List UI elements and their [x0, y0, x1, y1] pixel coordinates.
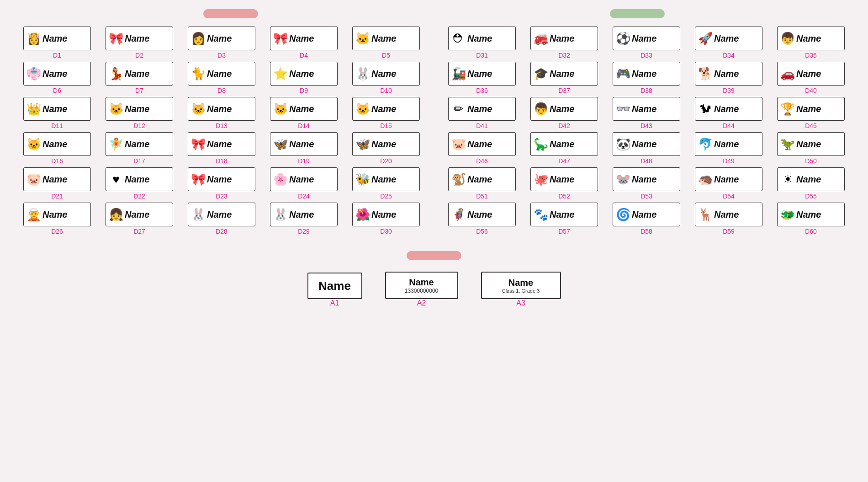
stamp-box-d49[interactable]: 🐬Name [695, 132, 762, 156]
stamp-icon-d1: 👸 [26, 32, 41, 44]
girl-style-header [203, 9, 258, 18]
stamp-box-d14[interactable]: 🐱Name [270, 97, 338, 121]
stamp-box-d24[interactable]: 🌸Name [270, 167, 338, 191]
stamp-box-d21[interactable]: 🐷Name [23, 167, 91, 191]
stamp-box-d59[interactable]: 🦌Name [695, 203, 762, 226]
stamp-box-d1[interactable]: 👸Name [23, 27, 91, 50]
stamp-box-d47[interactable]: 🦕Name [530, 132, 598, 156]
stamp-box-d60[interactable]: 🐲Name [777, 203, 845, 226]
stamp-box-d15[interactable]: 🐱Name [352, 97, 420, 121]
stamp-code-d13: D13 [216, 122, 228, 129]
stamp-item-d56: 🦸NameD56 [443, 203, 521, 235]
stamp-box-d52[interactable]: 🐙Name [530, 167, 598, 191]
stamp-box-d23[interactable]: 🎀Name [188, 167, 255, 191]
stamp-code-d7: D7 [135, 87, 143, 94]
stamp-item-d29: 🐰NameD29 [265, 203, 343, 235]
stamp-item-d24: 🌸NameD24 [265, 167, 343, 200]
stamp-box-d48[interactable]: 🐼Name [613, 132, 680, 156]
stamp-box-d39[interactable]: 🐕Name [695, 62, 762, 86]
stamp-box-d43[interactable]: 👓Name [613, 97, 680, 121]
stamp-name-d17: Name [125, 139, 149, 150]
stamp-code-d54: D54 [723, 193, 735, 200]
stamp-code-d12: D12 [133, 122, 145, 129]
stamp-box-d22[interactable]: ♥Name [106, 167, 173, 191]
stamp-box-d36[interactable]: 🚂Name [448, 62, 516, 86]
stamp-box-d9[interactable]: ⭐Name [270, 62, 338, 86]
stamp-box-d26[interactable]: 🧝Name [23, 203, 91, 226]
a2-label: A2 [385, 299, 458, 307]
stamp-box-d2[interactable]: 🎀Name [106, 27, 173, 50]
stamp-item-d32: 🚒NameD32 [525, 27, 603, 59]
stamp-box-d12[interactable]: 🐱Name [106, 97, 173, 121]
stamp-box-d33[interactable]: ⚽Name [613, 27, 680, 50]
stamp-icon-d58: 🌀 [616, 209, 630, 220]
stamp-name-d51: Name [467, 174, 492, 185]
stamp-box-d44[interactable]: 🐿Name [695, 97, 762, 121]
stamp-code-d57: D57 [558, 228, 570, 235]
stamp-box-d4[interactable]: 🎀Name [270, 27, 338, 50]
stamp-box-d50[interactable]: 🦖Name [777, 132, 845, 156]
stamp-box-d55[interactable]: ☀Name [777, 167, 845, 191]
stamp-box-d38[interactable]: 🎮Name [613, 62, 680, 86]
stamp-box-d11[interactable]: 👑Name [23, 97, 91, 121]
stamp-box-d34[interactable]: 🚀Name [695, 27, 762, 50]
stamp-box-d30[interactable]: 🌺Name [352, 203, 420, 226]
stamp-name-d27: Name [125, 209, 149, 220]
stamp-box-d32[interactable]: 🚒Name [530, 27, 598, 50]
boy-section: ⛑NameD31🚒NameD32⚽NameD33🚀NameD34👦NameD35… [443, 27, 850, 235]
stamp-box-d8[interactable]: 🐈Name [188, 62, 255, 86]
stamp-code-d37: D37 [558, 87, 570, 94]
stamp-box-d25[interactable]: 🐝Name [352, 167, 420, 191]
stamp-code-d35: D35 [805, 52, 817, 59]
stamp-box-d58[interactable]: 🌀Name [613, 203, 680, 226]
a1-name: Name [318, 279, 351, 293]
stamp-code-d38: D38 [640, 87, 652, 94]
stamp-box-d42[interactable]: 👦Name [530, 97, 598, 121]
stamp-box-d40[interactable]: 🚗Name [777, 62, 845, 86]
stamp-box-d13[interactable]: 🐱Name [188, 97, 255, 121]
stamp-icon-d15: 🐱 [355, 103, 370, 115]
stamp-box-d29[interactable]: 🐰Name [270, 203, 338, 226]
stamp-name-d37: Name [550, 69, 574, 79]
stamp-name-d20: Name [371, 139, 396, 150]
stamp-code-d9: D9 [300, 87, 308, 94]
stamp-box-d41[interactable]: ✏Name [448, 97, 516, 121]
stamp-box-d31[interactable]: ⛑Name [448, 27, 516, 50]
stamp-code-d4: D4 [300, 52, 308, 59]
stamp-box-d51[interactable]: 🐒Name [448, 167, 516, 191]
stamp-code-d22: D22 [133, 193, 145, 200]
stamp-box-d6[interactable]: 👘Name [23, 62, 91, 86]
stamp-box-d35[interactable]: 👦Name [777, 27, 845, 50]
stamp-name-d30: Name [371, 209, 396, 220]
stamp-box-d7[interactable]: 💃Name [106, 62, 173, 86]
stamp-name-d14: Name [289, 104, 314, 114]
stamp-icon-d17: 🧚 [109, 138, 123, 150]
stamp-item-d52: 🐙NameD52 [525, 167, 603, 200]
stamp-name-d40: Name [796, 69, 821, 79]
stamp-item-d37: 🎓NameD37 [525, 62, 603, 94]
stamp-icon-d50: 🦖 [780, 138, 795, 150]
stamp-box-d17[interactable]: 🧚Name [106, 132, 173, 156]
stamp-code-d11: D11 [51, 122, 63, 129]
stamp-box-d20[interactable]: 🦋Name [352, 132, 420, 156]
stamp-item-d15: 🐱NameD15 [347, 97, 425, 129]
stamp-name-d21: Name [42, 174, 67, 185]
stamp-code-d6: D6 [53, 87, 61, 94]
stamp-box-d28[interactable]: 🐰Name [188, 203, 255, 226]
stamp-box-d37[interactable]: 🎓Name [530, 62, 598, 86]
stamp-box-d16[interactable]: 🐱Name [23, 132, 91, 156]
stamp-box-d54[interactable]: 🦔Name [695, 167, 762, 191]
stamp-box-d57[interactable]: 🐾Name [530, 203, 598, 226]
stamp-box-d19[interactable]: 🦋Name [270, 132, 338, 156]
patternless-items: Name A1 Name 13300000000 A2 Name Class 1… [307, 272, 561, 307]
stamp-box-d10[interactable]: 🐰Name [352, 62, 420, 86]
stamp-box-d56[interactable]: 🦸Name [448, 203, 516, 226]
stamp-box-d53[interactable]: 🐭Name [613, 167, 680, 191]
stamp-box-d3[interactable]: 👩Name [188, 27, 255, 50]
stamp-box-d18[interactable]: 🎀Name [188, 132, 255, 156]
stamp-icon-d48: 🐼 [616, 138, 630, 150]
stamp-box-d45[interactable]: 🏆Name [777, 97, 845, 121]
stamp-box-d46[interactable]: 🐷Name [448, 132, 516, 156]
stamp-box-d27[interactable]: 👧Name [106, 203, 173, 226]
stamp-box-d5[interactable]: 🐱Name [352, 27, 420, 50]
